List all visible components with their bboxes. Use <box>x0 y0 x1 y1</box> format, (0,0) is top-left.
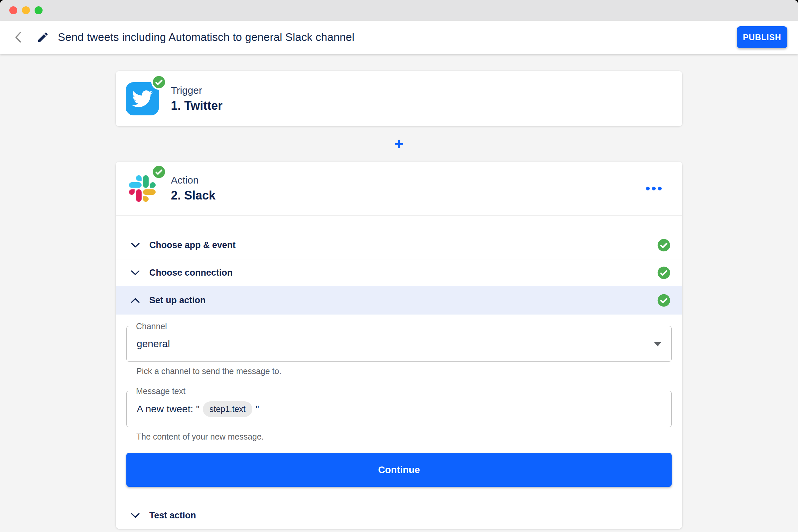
back-button[interactable] <box>11 27 25 47</box>
continue-button[interactable]: Continue <box>126 453 672 487</box>
message-text-label: Message text <box>133 386 188 396</box>
channel-select-value: general <box>137 338 170 349</box>
trigger-step-card[interactable]: Trigger 1. Twitter <box>116 71 682 126</box>
editor-canvas: Trigger 1. Twitter <box>0 54 798 532</box>
plus-icon <box>394 139 404 149</box>
close-window-button[interactable] <box>9 6 17 14</box>
action-step-card: Action 2. Slack Choose app & event <box>116 162 682 529</box>
check-circle-icon <box>657 266 671 280</box>
flow-title[interactable]: Send tweets including Automatisch to gen… <box>58 31 355 43</box>
accordion-label: Choose app & event <box>149 240 236 250</box>
chevron-down-icon <box>131 270 140 276</box>
chevron-up-icon <box>131 298 140 304</box>
variable-chip[interactable]: step1.text <box>203 401 252 417</box>
step-kind-label: Trigger <box>171 85 223 96</box>
accordion-label: Test action <box>149 510 196 521</box>
check-circle-icon <box>657 293 671 307</box>
channel-helper-text: Pick a channel to send the message to. <box>136 366 672 376</box>
set-up-action-form: Channel general Pick a channel to send t… <box>116 315 682 487</box>
step-name: 1. Twitter <box>171 99 223 113</box>
accordion-choose-connection[interactable]: Choose connection <box>116 259 682 286</box>
more-options-button[interactable] <box>643 184 665 194</box>
channel-select-label: Channel <box>133 322 170 331</box>
spacer <box>116 487 682 502</box>
action-step-header[interactable]: Action 2. Slack <box>116 162 682 215</box>
check-circle-icon <box>657 239 671 252</box>
add-step-button[interactable] <box>390 135 408 153</box>
message-text-after: " <box>256 403 259 415</box>
spacer <box>116 216 682 231</box>
dropdown-arrow-icon <box>654 342 661 346</box>
accordion-set-up-action[interactable]: Set up action <box>116 286 682 315</box>
app-window: Send tweets including Automatisch to gen… <box>0 0 798 532</box>
chevron-left-icon <box>14 32 22 43</box>
chevron-down-icon <box>131 512 140 518</box>
channel-select[interactable]: Channel general <box>126 326 672 362</box>
accordion-test-action[interactable]: Test action <box>116 502 682 529</box>
add-step-row <box>0 126 798 162</box>
accordion-label: Choose connection <box>149 268 233 278</box>
check-badge-icon <box>151 75 167 90</box>
step-name: 2. Slack <box>171 189 215 203</box>
accordion-choose-app-event[interactable]: Choose app & event <box>116 231 682 259</box>
message-text-before: A new tweet: " <box>137 403 200 415</box>
step-kind-label: Action <box>171 174 215 186</box>
message-helper-text: The content of your new message. <box>136 432 672 441</box>
macos-titlebar <box>0 0 798 21</box>
chevron-down-icon <box>131 242 140 248</box>
edit-pencil-icon[interactable] <box>37 31 49 43</box>
twitter-icon <box>126 82 159 115</box>
accordion-label: Set up action <box>149 295 206 306</box>
zoom-window-button[interactable] <box>35 6 42 14</box>
message-text-input[interactable]: Message text A new tweet: " step1.text " <box>126 391 672 427</box>
ellipsis-icon <box>646 187 650 191</box>
slack-icon <box>126 172 159 205</box>
check-badge-icon <box>151 164 167 179</box>
minimize-window-button[interactable] <box>22 6 30 14</box>
editor-header: Send tweets including Automatisch to gen… <box>0 21 798 54</box>
publish-button[interactable]: PUBLISH <box>737 26 787 48</box>
